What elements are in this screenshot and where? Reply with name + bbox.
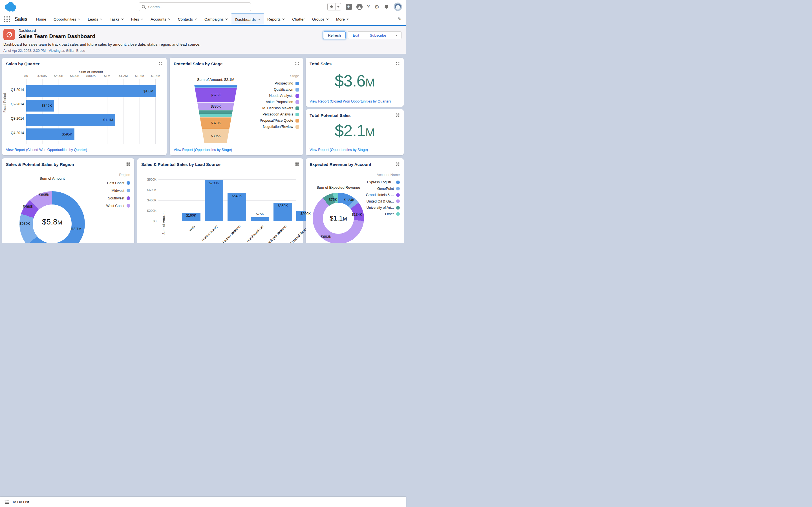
legend-swatch [296, 94, 299, 98]
legend-swatch [126, 189, 130, 192]
expand-icon[interactable] [126, 162, 130, 166]
card-total-potential-sales: Total Potential Sales $2.1M View Report … [306, 109, 404, 155]
chevron-down-icon [225, 18, 228, 20]
tab-reports[interactable]: Reports [264, 13, 289, 25]
bar-purchased-list[interactable] [251, 217, 269, 221]
global-header: + ? ⚙ [0, 0, 406, 13]
star-icon[interactable] [327, 3, 336, 10]
notifications-bell-icon[interactable] [384, 4, 389, 10]
tab-files[interactable]: Files [128, 13, 147, 25]
tab-leads[interactable]: Leads [84, 13, 106, 25]
card-sales-by-region: Sales & Potential Sales by Region Sum of… [2, 158, 134, 243]
tab-chatter[interactable]: Chatter [289, 13, 308, 25]
x-axis-ticks: $0 $200K $400K $600K $800K $1M $1.2M $1.… [26, 74, 156, 78]
legend-swatch [396, 206, 400, 210]
tab-more[interactable]: More [333, 13, 352, 25]
setup-gear-icon[interactable]: ⚙ [374, 4, 379, 10]
bar-q4[interactable]: $595K [26, 128, 74, 140]
metric-value: $2.1M [306, 121, 404, 140]
card-title: Total Sales [310, 61, 332, 66]
slice-label-united-oil: $693K [321, 235, 332, 239]
donut-center-total: $1.1M [329, 214, 347, 222]
view-report-link[interactable]: View Report (Opportunities by Stage) [174, 148, 232, 152]
legend-swatch [296, 125, 299, 129]
legend-swatch [396, 193, 400, 197]
global-actions-icon[interactable]: + [346, 4, 352, 10]
view-report-link[interactable]: View Report (Opportunities by Stage) [310, 148, 368, 152]
guidance-center-icon[interactable] [356, 4, 363, 10]
more-actions-caret[interactable] [392, 31, 402, 39]
bar-q2[interactable]: $345K [26, 100, 54, 112]
x-label-phone-inquiry: Phone Inquiry [201, 224, 218, 242]
metric-value: $3.6M [306, 71, 404, 90]
global-search[interactable] [139, 2, 251, 11]
chart-subtitle: Sum of Expected Revenue [310, 185, 366, 189]
favorites-button[interactable] [327, 3, 341, 10]
salesforce-logo-icon [3, 1, 17, 12]
chevron-down-icon [282, 18, 285, 20]
app-launcher-icon[interactable] [4, 16, 10, 22]
tab-home[interactable]: Home [33, 13, 50, 25]
chevron-down-icon [78, 18, 80, 20]
expand-icon[interactable] [396, 113, 400, 117]
chevron-down-icon [141, 18, 143, 20]
dashboard-badge-icon [3, 29, 15, 40]
expand-icon[interactable] [158, 61, 163, 66]
view-report-link[interactable]: View Report (Closed Won Opportunities by… [310, 100, 391, 103]
bar-phone-inquiry[interactable] [205, 180, 223, 221]
tab-campaigns[interactable]: Campaigns [201, 13, 232, 25]
page-title: Sales Team Dream Dashboard [18, 33, 95, 40]
expand-icon[interactable] [396, 61, 400, 66]
view-report-link[interactable]: View Report (Closed Won Opportunities by… [6, 148, 87, 152]
help-icon[interactable]: ? [367, 4, 370, 10]
slice-label-west-coast: $695K [39, 193, 50, 197]
refresh-button[interactable]: Refresh [323, 31, 346, 39]
tab-tasks[interactable]: Tasks [106, 13, 128, 25]
card-sales-by-lead-source: Sales & Potential Sales by Lead Source $… [137, 158, 303, 243]
funnel-seg-prospecting [194, 85, 238, 87]
chart-subtitle: Sum of Amount [10, 176, 94, 180]
avatar[interactable] [394, 3, 402, 11]
card-title: Sales by Quarter [6, 61, 40, 66]
funnel-chart[interactable]: $675K $330K $370K $395K [194, 85, 238, 143]
dashboard-header: Dashboard Sales Team Dream Dashboard Das… [0, 25, 406, 54]
funnel-seg-negotiation-review: $395K [194, 129, 238, 143]
funnel-seg-id-decision-makers [194, 110, 238, 114]
card-title: Potential Sales by Stage [174, 61, 222, 66]
expand-icon[interactable] [295, 162, 299, 166]
expand-icon[interactable] [396, 162, 400, 166]
slice-label-express: $124K [344, 198, 355, 202]
expand-icon[interactable] [295, 61, 299, 66]
legend-swatch [296, 100, 299, 104]
card-title: Expected Revenue by Account [310, 162, 371, 167]
funnel-seg-perception-analysis [194, 114, 238, 117]
favorites-caret-icon[interactable] [336, 3, 341, 10]
card-total-sales: Total Sales $3.6M View Report (Closed Wo… [306, 58, 404, 107]
y-axis-title: Sum of Amount [162, 208, 166, 238]
legend-swatch [396, 200, 400, 203]
more-caret-icon [347, 18, 349, 20]
tab-contacts[interactable]: Contacts [174, 13, 201, 25]
chevron-down-icon [326, 18, 329, 20]
bar-q3[interactable]: $1.1M [26, 114, 115, 126]
x-label-partner-referral: Partner Referral [221, 224, 241, 243]
tab-dashboards[interactable]: Dashboards [232, 13, 264, 25]
edit-button[interactable]: Edit [348, 31, 364, 39]
x-label-employee-referral: Employee Referral [265, 224, 287, 243]
tab-accounts[interactable]: Accounts [147, 13, 174, 25]
legend-swatch [296, 107, 299, 110]
slice-label-university: $75K [329, 198, 337, 202]
edit-nav-pencil-icon[interactable]: ✎ [398, 16, 402, 22]
bar-q1[interactable]: $1.6M [26, 86, 156, 97]
object-label: Dashboard [18, 29, 36, 33]
region-legend: Region East Coast Midwest Southwest West… [106, 173, 130, 210]
search-input[interactable] [148, 5, 248, 9]
tab-groups[interactable]: Groups [308, 13, 333, 25]
legend-swatch [126, 181, 130, 185]
legend-swatch [126, 204, 130, 208]
tab-opportunities[interactable]: Opportunities [50, 13, 84, 25]
funnel-seg-proposal-price-quote: $370K [194, 117, 238, 129]
subscribe-button[interactable]: Subscribe [364, 31, 392, 39]
account-legend: Account Name Express Logisti... GenePoin… [366, 173, 400, 217]
funnel-total: Sum of Amount: $2.1M [173, 77, 258, 82]
